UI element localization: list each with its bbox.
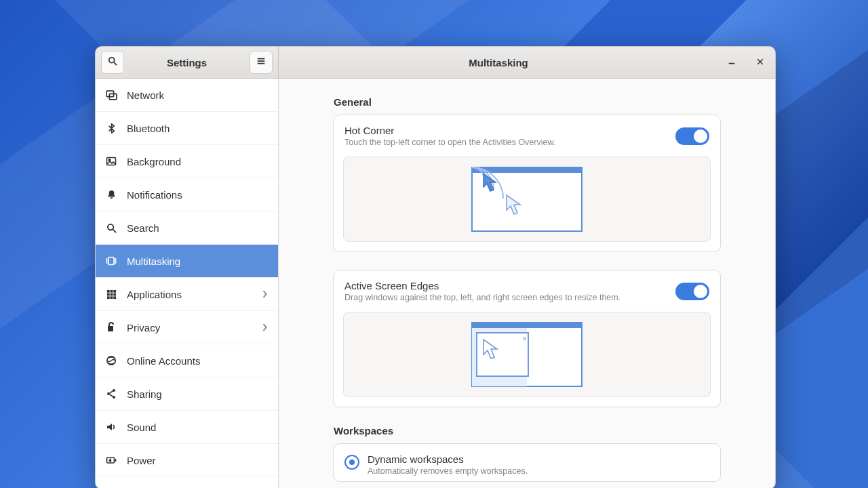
svg-rect-17 <box>106 289 109 292</box>
sidebar-item-multitasking[interactable]: Multitasking <box>96 245 278 278</box>
hot-corner-switch[interactable] <box>675 127 709 145</box>
sidebar-item-label: Multitasking <box>127 256 180 267</box>
sidebar-item-privacy[interactable]: Privacy <box>96 311 278 344</box>
card-head: Hot Corner Touch the top-left corner to … <box>334 115 720 154</box>
sidebar-item-label: Sound <box>127 422 156 433</box>
window-body: NetworkBluetoothBackgroundNotificationsS… <box>96 79 775 488</box>
page-title: Multitasking <box>284 57 713 68</box>
accounts-icon <box>105 354 117 367</box>
minimize-icon <box>727 56 736 68</box>
svg-rect-25 <box>113 296 116 299</box>
svg-rect-40 <box>477 333 528 376</box>
card-workspaces: Dynamic workspaces Automatically removes… <box>333 443 721 482</box>
sidebar-item-applications[interactable]: Applications <box>96 278 278 311</box>
sidebar-item-label: Sharing <box>127 388 162 400</box>
sidebar-item-sound[interactable]: Sound <box>96 411 278 444</box>
power-icon <box>105 454 117 466</box>
section-title-workspaces: Workspaces <box>334 425 720 436</box>
svg-rect-23 <box>106 296 109 299</box>
sidebar-item-label: Notifications <box>127 189 182 201</box>
chevron-right-icon <box>262 289 269 300</box>
svg-rect-20 <box>106 293 109 296</box>
settings-window: Settings Multitasking NetworkBluetooth <box>95 46 776 488</box>
sidebar-item-background[interactable]: Background <box>96 145 278 178</box>
search-icon <box>108 56 117 68</box>
privacy-icon <box>105 321 117 333</box>
search-button[interactable] <box>101 51 124 74</box>
svg-rect-22 <box>113 293 116 296</box>
svg-rect-14 <box>108 258 114 265</box>
svg-text:×: × <box>522 334 527 344</box>
network-icon <box>105 89 117 101</box>
sidebar[interactable]: NetworkBluetoothBackgroundNotificationsS… <box>96 79 279 488</box>
sidebar-item-label: Network <box>127 89 164 101</box>
dynamic-workspaces-desc: Automatically removes empty workspaces. <box>368 466 528 476</box>
apps-icon <box>105 288 117 300</box>
bluetooth-icon <box>105 122 117 134</box>
content-pane[interactable]: General Hot Corner Touch the top-left co… <box>279 79 775 488</box>
hot-corner-title: Hot Corner <box>344 125 675 136</box>
search-icon <box>105 222 117 234</box>
sidebar-item-displays[interactable]: Displays <box>96 477 278 488</box>
headerbar-right: Multitasking <box>279 47 775 78</box>
svg-rect-21 <box>110 293 113 296</box>
sidebar-item-notifications[interactable]: Notifications <box>96 178 278 211</box>
multitasking-icon <box>105 255 117 267</box>
dynamic-workspaces-radio[interactable] <box>344 455 359 470</box>
close-button[interactable] <box>751 53 770 72</box>
sidebar-item-network[interactable]: Network <box>96 79 278 112</box>
svg-rect-18 <box>110 289 113 292</box>
svg-rect-19 <box>113 289 116 292</box>
hamburger-icon <box>256 56 266 68</box>
minimize-button[interactable] <box>722 53 741 72</box>
dynamic-workspaces-title: Dynamic workspaces <box>368 453 528 465</box>
card-active-edges: Active Screen Edges Drag windows against… <box>333 270 721 407</box>
sidebar-item-label: Background <box>127 156 181 167</box>
active-edges-switch[interactable] <box>675 283 709 300</box>
svg-rect-24 <box>110 296 113 299</box>
active-edges-title: Active Screen Edges <box>344 280 675 291</box>
svg-rect-38 <box>472 323 582 328</box>
chevron-right-icon <box>262 322 269 333</box>
active-edges-desc: Drag windows against the top, left, and … <box>344 293 675 302</box>
svg-point-12 <box>107 224 113 229</box>
section-title-general: General <box>334 96 720 108</box>
card-hot-corner: Hot Corner Touch the top-left corner to … <box>333 115 721 252</box>
close-icon <box>756 56 764 68</box>
sidebar-item-label: Applications <box>127 289 182 300</box>
hot-corner-illustration <box>343 157 711 242</box>
menu-button[interactable] <box>250 51 273 74</box>
card-head: Active Screen Edges Drag windows against… <box>334 270 720 309</box>
row-dynamic-workspaces[interactable]: Dynamic workspaces Automatically removes… <box>334 444 720 481</box>
sidebar-item-sharing[interactable]: Sharing <box>96 378 278 411</box>
sidebar-item-online-accounts[interactable]: Online Accounts <box>96 344 278 378</box>
background-icon <box>105 155 117 167</box>
sidebar-item-label: Bluetooth <box>127 123 170 134</box>
sound-icon <box>105 421 117 433</box>
sidebar-item-label: Search <box>127 222 159 234</box>
sidebar-item-bluetooth[interactable]: Bluetooth <box>96 112 278 145</box>
svg-line-1 <box>114 62 117 65</box>
share-icon <box>105 388 117 400</box>
svg-line-13 <box>113 229 115 232</box>
headerbar-left: Settings <box>96 47 279 78</box>
headerbar: Settings Multitasking <box>96 47 775 79</box>
svg-point-11 <box>108 159 111 161</box>
sidebar-item-label: Privacy <box>127 322 160 333</box>
sidebar-item-label: Online Accounts <box>127 355 200 367</box>
hot-corner-desc: Touch the top-left corner to open the Ac… <box>344 138 675 147</box>
active-edges-illustration: × <box>343 312 711 397</box>
svg-point-0 <box>109 58 115 63</box>
sidebar-item-label: Power <box>127 455 156 466</box>
headerbar-left-title: Settings <box>128 57 245 68</box>
sidebar-item-power[interactable]: Power <box>96 444 278 477</box>
sidebar-item-search[interactable]: Search <box>96 211 278 245</box>
svg-rect-10 <box>107 158 116 165</box>
bell-icon <box>105 188 117 201</box>
